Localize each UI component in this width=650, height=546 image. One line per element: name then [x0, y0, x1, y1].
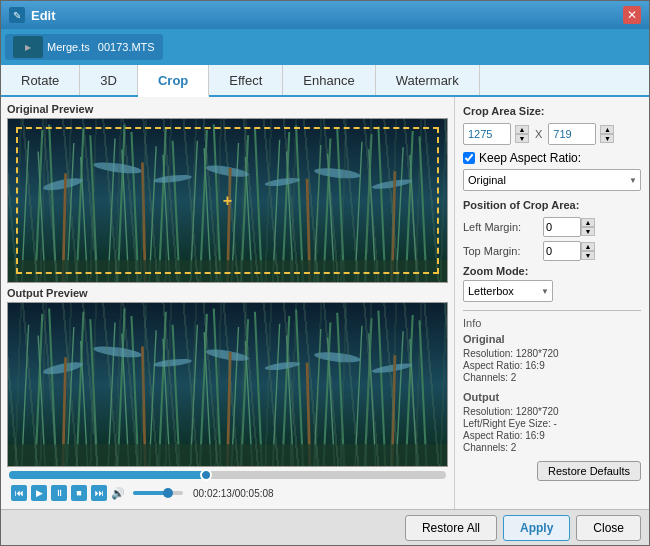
- svg-line-34: [286, 152, 293, 282]
- svg-point-46: [313, 166, 361, 180]
- file-bar: ▶ Merge.ts 00173.MTS: [1, 29, 649, 65]
- left-margin-label: Left Margin:: [463, 221, 543, 233]
- keep-aspect-ratio-checkbox[interactable]: [463, 152, 475, 164]
- tab-crop[interactable]: Crop: [138, 65, 209, 97]
- svg-rect-53: [8, 260, 447, 282]
- width-spinner: ▲ ▼: [515, 125, 529, 143]
- top-margin-decrement[interactable]: ▼: [581, 251, 595, 260]
- crop-height-input[interactable]: [548, 123, 596, 145]
- svg-point-99: [264, 360, 301, 371]
- file-thumbnail: ▶: [13, 36, 43, 58]
- aspect-ratio-select[interactable]: Original: [463, 169, 641, 191]
- svg-line-103: [142, 346, 145, 466]
- svg-line-102: [63, 357, 66, 466]
- close-window-button[interactable]: ✕: [623, 6, 641, 24]
- file-name-1: Merge.ts: [47, 41, 90, 53]
- svg-line-30: [204, 148, 211, 282]
- skip-forward-button[interactable]: ⏭: [91, 485, 107, 501]
- file-name-2: 00173.MTS: [98, 41, 155, 53]
- output-preview-label: Output Preview: [7, 287, 448, 299]
- svg-rect-54: [8, 303, 447, 466]
- svg-line-4: [90, 135, 97, 282]
- svg-line-10: [214, 124, 221, 282]
- zoom-mode-section: Zoom Mode: Letterbox Pan & Scan Full: [463, 265, 641, 302]
- svg-line-79: [108, 323, 115, 466]
- top-margin-input[interactable]: [543, 241, 581, 261]
- svg-line-56: [49, 308, 56, 466]
- svg-line-11: [241, 135, 248, 282]
- aspect-ratio-row: Keep Aspect Ratio:: [463, 151, 641, 165]
- restore-all-button[interactable]: Restore All: [405, 515, 497, 541]
- volume-slider[interactable]: [133, 491, 183, 495]
- svg-line-2: [49, 124, 56, 282]
- svg-point-44: [205, 163, 250, 179]
- svg-line-81: [149, 330, 156, 466]
- left-margin-decrement[interactable]: ▼: [581, 227, 595, 236]
- svg-line-86: [245, 341, 252, 466]
- restore-defaults-button[interactable]: Restore Defaults: [537, 461, 641, 481]
- skip-back-button[interactable]: ⏮: [11, 485, 27, 501]
- height-decrement-button[interactable]: ▼: [600, 134, 614, 143]
- svg-point-100: [313, 350, 361, 364]
- top-margin-label: Top Margin:: [463, 245, 543, 257]
- svg-line-66: [255, 312, 262, 466]
- volume-thumb[interactable]: [163, 488, 173, 498]
- svg-line-104: [228, 352, 231, 466]
- svg-line-60: [131, 316, 138, 466]
- svg-line-23: [67, 143, 74, 282]
- left-margin-row: Left Margin: ▲ ▼: [463, 217, 641, 237]
- progress-bar-container[interactable]: [9, 471, 446, 479]
- svg-line-62: [173, 325, 180, 466]
- svg-line-17: [365, 134, 372, 282]
- height-increment-button[interactable]: ▲: [600, 125, 614, 134]
- left-margin-spinner: ▲ ▼: [581, 218, 595, 236]
- close-button[interactable]: Close: [576, 515, 641, 541]
- bottom-bar: Restore All Apply Close: [1, 509, 649, 545]
- svg-line-55: [35, 314, 42, 466]
- crop-width-input[interactable]: [463, 123, 511, 145]
- svg-line-35: [314, 145, 321, 282]
- zoom-mode-select[interactable]: Letterbox Pan & Scan Full: [463, 280, 553, 302]
- top-margin-increment[interactable]: ▲: [581, 242, 595, 251]
- left-panel: Original Preview: [1, 97, 454, 509]
- file-item[interactable]: ▶ Merge.ts 00173.MTS: [5, 34, 163, 60]
- svg-line-80: [122, 333, 129, 466]
- svg-line-68: [296, 310, 303, 466]
- content-area: Original Preview: [1, 97, 649, 509]
- output-info-label: Output: [463, 391, 641, 403]
- play-button[interactable]: ▶: [31, 485, 47, 501]
- tab-3d[interactable]: 3D: [80, 65, 138, 95]
- tab-effect[interactable]: Effect: [209, 65, 283, 95]
- apply-button[interactable]: Apply: [503, 515, 570, 541]
- svg-line-13: [282, 132, 289, 282]
- tab-rotate[interactable]: Rotate: [1, 65, 80, 95]
- aspect-ratio-select-wrap: Original: [463, 169, 641, 191]
- svg-line-37: [355, 142, 362, 282]
- svg-line-57: [77, 312, 84, 466]
- svg-line-21: [22, 141, 29, 282]
- pause-button[interactable]: ⏸: [51, 485, 67, 501]
- svg-line-85: [232, 327, 239, 466]
- tabs-bar: Rotate 3D Crop Effect Enhance Watermark: [1, 65, 649, 97]
- svg-line-39: [396, 147, 403, 282]
- progress-bar-fill: [9, 471, 206, 479]
- left-margin-input[interactable]: [543, 217, 581, 237]
- top-margin-row: Top Margin: ▲ ▼: [463, 241, 641, 261]
- tab-watermark[interactable]: Watermark: [376, 65, 480, 95]
- stop-button[interactable]: ■: [71, 485, 87, 501]
- width-increment-button[interactable]: ▲: [515, 125, 529, 134]
- progress-thumb[interactable]: [200, 469, 212, 481]
- volume-icon: 🔊: [111, 487, 125, 500]
- svg-line-1: [35, 130, 42, 282]
- original-info-label: Original: [463, 333, 641, 345]
- top-margin-spinner: ▲ ▼: [581, 242, 595, 260]
- width-decrement-button[interactable]: ▼: [515, 134, 529, 143]
- info-section: Info Original Resolution: 1280*720 Aspec…: [463, 310, 641, 453]
- svg-line-29: [190, 141, 197, 282]
- svg-line-8: [173, 141, 180, 282]
- svg-line-63: [200, 314, 207, 466]
- tab-enhance[interactable]: Enhance: [283, 65, 375, 95]
- svg-line-92: [369, 333, 376, 466]
- left-margin-increment[interactable]: ▲: [581, 218, 595, 227]
- svg-line-94: [410, 339, 417, 466]
